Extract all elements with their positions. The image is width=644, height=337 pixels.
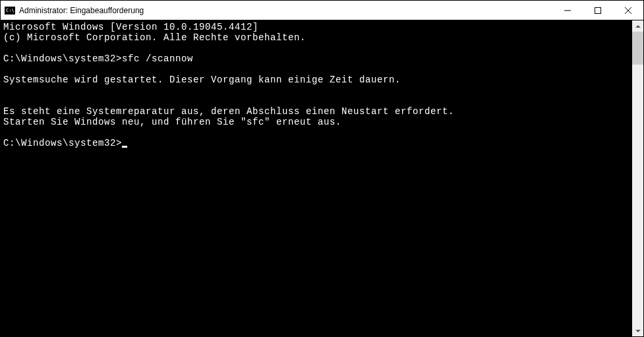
- svg-text:C:\: C:\: [6, 8, 15, 13]
- output-line: (c) Microsoft Corporation. Alle Rechte v…: [3, 32, 306, 43]
- svg-marker-7: [635, 25, 641, 28]
- window-controls: [552, 1, 643, 20]
- output-line: Systemsuche wird gestartet. Dieser Vorga…: [3, 75, 401, 85]
- typed-command: sfc /scannow: [122, 53, 193, 64]
- maximize-button[interactable]: [583, 1, 613, 20]
- scroll-track[interactable]: [632, 32, 643, 325]
- vertical-scrollbar[interactable]: [632, 20, 643, 336]
- window-title: Administrator: Eingabeaufforderung: [19, 6, 552, 15]
- scroll-up-button[interactable]: [632, 20, 643, 32]
- window-titlebar: C:\ Administrator: Eingabeaufforderung: [1, 1, 643, 20]
- output-line: Microsoft Windows [Version 10.0.19045.44…: [3, 22, 258, 32]
- prompt-prefix: C:\Windows\system32>: [3, 138, 122, 148]
- scroll-thumb[interactable]: [632, 32, 643, 65]
- close-button[interactable]: [613, 1, 643, 20]
- output-line: Starten Sie Windows neu, und führen Sie …: [3, 117, 341, 127]
- cursor: [122, 146, 127, 148]
- terminal-container: Microsoft Windows [Version 10.0.19045.44…: [1, 20, 643, 336]
- terminal-output[interactable]: Microsoft Windows [Version 10.0.19045.44…: [1, 20, 632, 336]
- svg-rect-4: [595, 7, 601, 13]
- output-line: Es steht eine Systemreparatur aus, deren…: [3, 106, 454, 117]
- cmd-icon: C:\: [5, 5, 15, 16]
- scroll-down-button[interactable]: [632, 325, 643, 336]
- svg-marker-8: [635, 330, 641, 332]
- minimize-button[interactable]: [552, 1, 583, 20]
- prompt-prefix: C:\Windows\system32>: [3, 53, 122, 64]
